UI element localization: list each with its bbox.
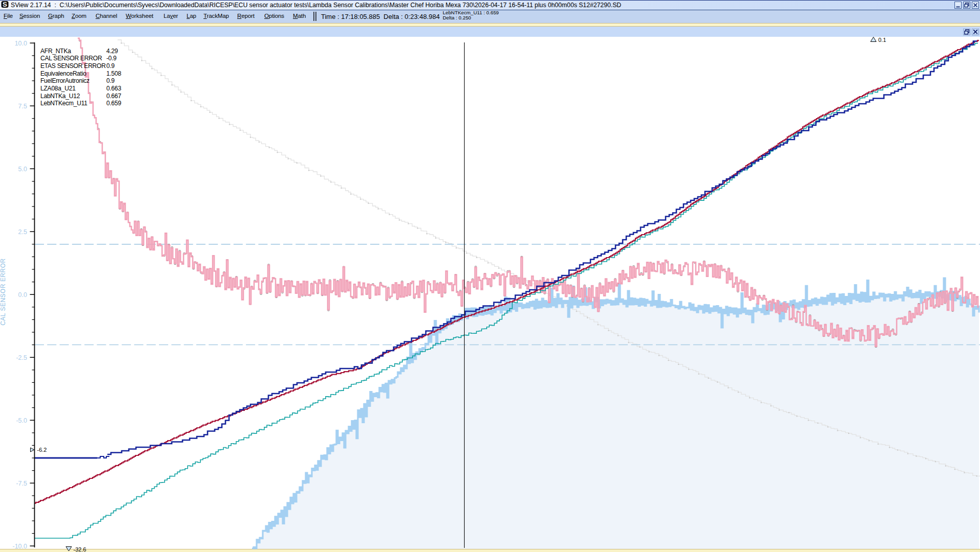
svg-text:-5.0: -5.0 xyxy=(16,417,27,424)
svg-text:LebNTKecm_U11: LebNTKecm_U11 xyxy=(40,100,87,107)
svg-text:0.9: 0.9 xyxy=(106,77,115,84)
svg-text:AFR_NTKa: AFR_NTKa xyxy=(40,48,71,55)
svg-text:ETAS SENSOR ERROR: ETAS SENSOR ERROR xyxy=(40,62,106,70)
svg-text:5.0: 5.0 xyxy=(18,166,27,173)
svg-text:0.1: 0.1 xyxy=(878,37,886,43)
svg-text:-32.6: -32.6 xyxy=(74,546,86,552)
svg-text:1.508: 1.508 xyxy=(106,70,121,77)
svg-text:LabNTKa_U12: LabNTKa_U12 xyxy=(40,93,80,100)
svg-text:LZA08a_U21: LZA08a_U21 xyxy=(40,85,76,92)
svg-text:S: S xyxy=(3,1,7,8)
svg-text:FuelErrorAutronicz: FuelErrorAutronicz xyxy=(40,77,89,84)
svg-text:-10.0: -10.0 xyxy=(13,543,28,550)
svg-text:-7.5: -7.5 xyxy=(16,480,27,487)
svg-text:0.0: 0.0 xyxy=(18,291,27,298)
svg-text:EquivalenceRatio: EquivalenceRatio xyxy=(40,70,86,77)
svg-text:-2.5: -2.5 xyxy=(16,354,27,361)
svg-text:0.659: 0.659 xyxy=(106,100,121,107)
svg-text:0.9: 0.9 xyxy=(106,62,115,70)
svg-text:4.29: 4.29 xyxy=(106,48,118,55)
svg-text:0.667: 0.667 xyxy=(106,93,121,100)
svg-text:-0.9: -0.9 xyxy=(106,55,117,62)
svg-text:0.663: 0.663 xyxy=(106,85,121,92)
svg-text:-6.2: -6.2 xyxy=(37,447,47,453)
svg-text:CAL SENSOR ERROR: CAL SENSOR ERROR xyxy=(40,55,102,62)
svg-text:CAL SENSOR ERROR: CAL SENSOR ERROR xyxy=(0,258,7,326)
svg-text:10.0: 10.0 xyxy=(15,40,27,47)
svg-text:7.5: 7.5 xyxy=(18,103,27,110)
svg-text:2.5: 2.5 xyxy=(18,228,27,236)
